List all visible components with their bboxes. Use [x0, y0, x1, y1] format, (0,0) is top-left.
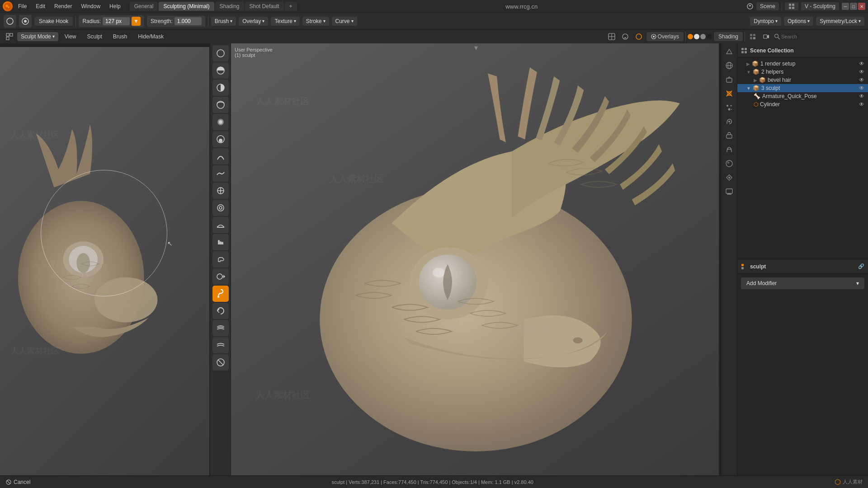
collection-item-armature[interactable]: 🦴 Armature_Quick_Pose 👁: [737, 92, 868, 100]
texture-dropdown[interactable]: Texture: [271, 17, 299, 26]
clay-brush-tool[interactable]: [212, 62, 229, 79]
active-tool-name[interactable]: Snake Hook: [34, 17, 73, 26]
render-engine-btn[interactable]: [746, 3, 754, 10]
link-icon[interactable]: 🔗: [858, 263, 864, 269]
maximize-btn[interactable]: □: [850, 3, 857, 10]
scene-label[interactable]: Scene: [756, 2, 779, 10]
menu-render[interactable]: Render: [51, 2, 75, 10]
menu-help[interactable]: Help: [106, 2, 124, 10]
blob-brush-tool[interactable]: [212, 131, 229, 147]
simplify-brush-tool[interactable]: [212, 337, 229, 353]
collection-item-cylinder[interactable]: ⬡ Cylinder 👁: [737, 100, 868, 108]
search-input[interactable]: [781, 34, 863, 39]
render-preview-icon[interactable]: [747, 31, 759, 42]
elastic-brush-tool[interactable]: [212, 320, 229, 336]
nudge-brush-tool[interactable]: [212, 268, 229, 285]
scene-props-icon[interactable]: [723, 45, 736, 58]
particles-icon[interactable]: [723, 101, 736, 114]
camera-view-icon[interactable]: [760, 31, 772, 42]
xray-btn[interactable]: [633, 31, 645, 42]
viewport-resize-handle[interactable]: [0, 43, 209, 47]
thumb-brush-tool[interactable]: [212, 251, 229, 267]
radius-input[interactable]: 127 px: [103, 17, 130, 25]
rotate-brush-tool[interactable]: [212, 303, 229, 319]
collection-item-render[interactable]: ▶ 📦 1 render setup 👁: [737, 60, 868, 68]
snake-hook-brush-tool[interactable]: [212, 286, 229, 302]
menu-window[interactable]: Window: [77, 2, 104, 10]
layout-icon-btn[interactable]: [4, 31, 15, 42]
collection-item-sculpt[interactable]: ▼ 📦 3 sculpt 👁: [737, 84, 868, 92]
crease-brush-tool[interactable]: [212, 148, 229, 164]
curve-dropdown[interactable]: Curve: [332, 17, 357, 26]
tab-shading[interactable]: Shading: [215, 2, 244, 11]
hide-mask-btn[interactable]: Hide/Mask: [133, 32, 168, 41]
color-dot-gray[interactable]: [700, 34, 706, 39]
viewport-shade-2[interactable]: [619, 31, 631, 42]
color-dot-white[interactable]: [694, 34, 699, 39]
cancel-btn[interactable]: Cancel: [5, 479, 30, 485]
dyntopo-btn[interactable]: Dyntopo: [750, 17, 781, 26]
viewport-right-handle[interactable]: [719, 43, 721, 475]
tool-icon-btn-1[interactable]: [4, 15, 16, 28]
brush-dropdown[interactable]: Brush: [211, 17, 236, 26]
eye-icon-3[interactable]: 👁: [859, 77, 864, 83]
material-icon[interactable]: [723, 157, 736, 170]
flatten-brush-tool[interactable]: [212, 183, 229, 199]
draw-brush-tool[interactable]: [212, 45, 229, 61]
data-props-icon[interactable]: [723, 143, 736, 156]
shading-btn[interactable]: Shading: [714, 32, 743, 41]
stroke-dropdown[interactable]: Stroke: [302, 17, 329, 26]
fill-brush-tool[interactable]: [212, 200, 229, 216]
layer-brush-tool[interactable]: [212, 97, 229, 113]
left-viewport[interactable]: ↖ 人人素材社区 人人素材社区 人人素材社区: [0, 43, 210, 475]
viewport-shade-1[interactable]: [606, 31, 618, 42]
tool-icon-btn-2[interactable]: [19, 15, 32, 28]
minimize-btn[interactable]: ─: [842, 3, 849, 10]
physics-icon[interactable]: [723, 115, 736, 128]
menu-file[interactable]: File: [14, 2, 30, 10]
symmetry-lock-btn[interactable]: Symmetry/Lock: [816, 17, 864, 26]
tab-shot-default[interactable]: Shot Default: [245, 2, 284, 11]
add-modifier-btn[interactable]: Add Modifier ▾: [741, 277, 864, 289]
layout-toggle[interactable]: [785, 2, 798, 10]
close-btn[interactable]: ✕: [858, 3, 865, 10]
brush-btn[interactable]: Brush: [108, 32, 132, 41]
viewport-collapse-arrow[interactable]: ▾: [474, 43, 478, 52]
mask-brush-tool[interactable]: [212, 354, 229, 371]
scrape-brush-tool[interactable]: [212, 217, 229, 233]
menu-edit[interactable]: Edit: [32, 2, 49, 10]
tab-add[interactable]: +: [285, 2, 297, 11]
object-props-icon[interactable]: [723, 73, 736, 86]
clay-strips-tool[interactable]: [212, 80, 229, 96]
eye-icon-4[interactable]: 👁: [859, 85, 864, 91]
eye-icon-1[interactable]: 👁: [859, 61, 864, 67]
sculpting-workspace-label[interactable]: V - Sculpting: [801, 2, 839, 10]
modifier-props-icon[interactable]: [723, 87, 736, 100]
color-dot-orange[interactable]: [688, 34, 693, 39]
sculpt-btn[interactable]: Sculpt: [83, 32, 107, 41]
grab-brush-tool[interactable]: [212, 234, 229, 250]
world-props-icon[interactable]: [723, 59, 736, 72]
collection-item-helpers[interactable]: ▼ 📦 2 helpers 👁: [737, 68, 868, 76]
blender-logo[interactable]: [3, 1, 13, 11]
options-btn[interactable]: Options: [784, 17, 813, 26]
sculpt-mode-btn[interactable]: Sculpt Mode: [17, 32, 58, 41]
eye-icon-6[interactable]: 👁: [859, 101, 864, 108]
color-dot-dark[interactable]: [707, 34, 712, 39]
radius-expand-btn[interactable]: ▼: [132, 17, 141, 26]
constraints-icon[interactable]: [723, 129, 736, 142]
collection-item-bevel-hair[interactable]: ▶ 📦 bevel hair 👁: [737, 76, 868, 84]
view-btn[interactable]: View: [60, 32, 81, 41]
strength-input[interactable]: 1.000: [175, 17, 202, 25]
tab-general[interactable]: General: [130, 2, 158, 11]
smooth-brush-tool[interactable]: [212, 165, 229, 182]
output-icon[interactable]: [723, 185, 736, 198]
overlay-dropdown[interactable]: Overlay: [239, 17, 268, 26]
tab-sculpting[interactable]: Sculpting (Minimal): [159, 2, 214, 11]
overlays-btn[interactable]: Overlays: [646, 32, 684, 41]
eye-icon-5[interactable]: 👁: [859, 93, 864, 99]
main-viewport[interactable]: User Perspective (1) sculpt 人人素材社区 人人素材社…: [231, 43, 721, 475]
eye-icon-2[interactable]: 👁: [859, 69, 864, 75]
render-props-icon[interactable]: [723, 171, 736, 184]
inflate-brush-tool[interactable]: [212, 114, 229, 130]
